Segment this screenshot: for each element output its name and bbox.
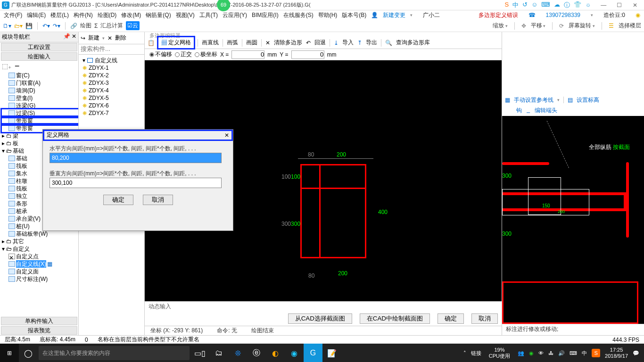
tree-found-0[interactable]: 基础 <box>16 155 27 162</box>
tree-found-2[interactable]: 集水 <box>16 170 27 177</box>
maximize-button[interactable]: ☐ <box>612 2 627 8</box>
menu-edit[interactable]: 编辑(E) <box>26 11 47 19</box>
ok-button[interactable]: 确定 <box>438 313 464 324</box>
delete-button[interactable]: 删除 <box>115 34 126 42</box>
tray-net-icon[interactable]: 🖧 <box>548 350 553 356</box>
import-button[interactable]: 导入 <box>342 39 354 47</box>
arrow-icon[interactable]: ↪ <box>81 35 85 41</box>
x-input[interactable] <box>231 50 264 59</box>
tray-link[interactable]: 链接 <box>471 350 481 357</box>
draw-circle-button[interactable]: 画圆 <box>246 39 257 47</box>
app-icon[interactable]: ◉ <box>285 344 304 362</box>
cancel-button[interactable]: 取消 <box>471 313 498 324</box>
tree-dim[interactable]: 尺寸标注(W) <box>16 275 48 283</box>
from-cad-button[interactable]: 从CAD选择截面图 <box>288 313 352 324</box>
ime-ico[interactable]: ⓘ <box>564 1 570 9</box>
import-icon[interactable]: ⤓ <box>334 40 339 46</box>
pan-dropdown[interactable]: 平移 <box>531 22 546 30</box>
export-button[interactable]: 导出 <box>366 39 377 47</box>
draw-button[interactable]: 绘图 <box>80 22 91 30</box>
ime-ico[interactable]: ☺ <box>531 1 537 9</box>
mid-item[interactable]: ZDYX-5 <box>89 94 109 102</box>
tray-ime-cn[interactable]: 中 <box>582 350 587 357</box>
action-center-icon[interactable]: 💬 <box>633 350 639 356</box>
dialog-close-button[interactable]: ✕ <box>224 132 229 139</box>
tray-up-icon[interactable]: ˄ <box>463 350 466 356</box>
query-button[interactable]: 查询多边形库 <box>396 39 430 47</box>
section-draw[interactable]: 绘图输入 <box>1 52 77 61</box>
menu-rebar[interactable]: 钢筋量(Q) <box>145 11 172 19</box>
floor-icon[interactable]: ☰ <box>609 23 614 29</box>
ime-ico[interactable]: 👕 <box>574 1 581 9</box>
tree-found-5[interactable]: 独立 <box>16 192 27 200</box>
undo-icon[interactable]: ↶▾ <box>42 23 50 29</box>
ref-button[interactable]: 手动设置参考线 <box>514 96 553 104</box>
menu-file[interactable]: 文件(F) <box>3 11 23 19</box>
tree-found-1[interactable]: 筏板 <box>16 162 27 170</box>
app-icon[interactable]: 🗂 <box>209 344 228 362</box>
mid-item[interactable]: ZDYX-1 <box>89 64 109 72</box>
menu-draw[interactable]: 绘图(D) <box>97 11 118 19</box>
component-tree-mid[interactable]: ▾ 自定义线 ZDYX-1 ZDYX-2 ZDYX-3 ZDYX-4 ZDYX-… <box>79 55 144 119</box>
mid-item[interactable]: ZDYX-2 <box>89 72 109 79</box>
end-button[interactable]: 编辑端头 <box>535 107 557 116</box>
ime-ico[interactable]: ⌨ <box>541 1 550 9</box>
cpu-meter[interactable]: 19%CPU使用 <box>486 347 513 359</box>
y-input[interactable] <box>291 50 324 59</box>
radio-polar[interactable]: 极坐标 <box>195 50 217 58</box>
app-icon[interactable]: 📝 <box>322 344 341 362</box>
mid-item[interactable]: ZDYX-7 <box>89 109 109 117</box>
tree-found-8[interactable]: 承台梁(V) <box>16 215 41 222</box>
save-icon[interactable]: 💾 <box>25 23 33 29</box>
menu-cloud[interactable]: 云应用(Y) <box>222 11 248 19</box>
mid-item[interactable]: ZDYX-4 <box>89 87 109 94</box>
section-report[interactable]: 报表预览 <box>1 326 77 335</box>
search-icon[interactable]: 🔍 <box>385 40 392 46</box>
horiz-input[interactable] <box>50 153 222 163</box>
define-grid-button[interactable]: ▦ 定义网格 <box>158 37 194 48</box>
tree-found-6[interactable]: 条形 <box>16 200 27 207</box>
minimize-button[interactable]: — <box>596 2 611 8</box>
cortana-icon[interactable]: ◯ <box>19 344 38 362</box>
mid-root[interactable]: 自定义线 <box>95 57 117 64</box>
start-button[interactable]: ⊞ <box>0 344 19 362</box>
pin-icon[interactable]: 📌 ✕ <box>63 33 76 41</box>
right-canvas[interactable]: 全部纵筋 按截面 300 150 200 300 <box>502 116 644 324</box>
radio-ortho[interactable]: 正交 <box>175 50 192 58</box>
tree-lintel[interactable]: 过梁(S) <box>16 109 35 117</box>
delete-icon[interactable]: ✕ <box>107 35 112 41</box>
clear-icon[interactable]: ✕ <box>265 40 270 46</box>
menu-version[interactable]: 版本号(B) <box>341 11 367 19</box>
new-change-button[interactable]: 新建变更 <box>382 11 406 19</box>
tray-clock[interactable]: 17:252018/9/17 <box>605 347 628 359</box>
tray-ime-icon[interactable]: ⌨ <box>570 350 577 356</box>
tree-niche[interactable]: 壁龛(I) <box>16 94 33 102</box>
rotate-dropdown[interactable]: 屏幕旋转 <box>569 22 595 30</box>
new-button[interactable]: 新建 <box>88 34 99 42</box>
menu-bim[interactable]: BIM应用(I) <box>251 11 280 19</box>
ime-ico[interactable]: ☼ <box>585 1 591 9</box>
tree-other[interactable]: 其它 <box>13 238 24 245</box>
ggj-icon[interactable]: G <box>304 344 322 362</box>
redo-icon[interactable]: ↷▾ <box>53 23 60 29</box>
undo-icon[interactable]: ↶ <box>306 40 311 46</box>
menu-modify[interactable]: 修改(M) <box>120 11 142 19</box>
sogou-icon[interactable]: S <box>592 349 600 357</box>
mark-button[interactable]: 设置标高 <box>577 96 599 104</box>
tree-doorwindow[interactable]: 门联窗(A) <box>16 79 41 87</box>
cloud-check-icon[interactable]: ☑云 <box>126 21 140 30</box>
mid-item[interactable]: ZDYX-3 <box>89 79 109 87</box>
menu-tool[interactable]: 工具(T) <box>198 11 219 19</box>
section-single[interactable]: 单构件输入 <box>1 317 77 325</box>
tree-window[interactable]: 窗(C) <box>16 72 30 79</box>
mid-item[interactable]: ZDYX-6 <box>89 102 109 109</box>
draw-arc-button[interactable]: 画弧 <box>227 39 238 47</box>
tray-eye-icon[interactable]: 👁 <box>538 350 544 356</box>
pan-icon[interactable]: ✥ <box>521 23 526 29</box>
vert-input[interactable] <box>50 178 222 188</box>
copy-icon[interactable]: 📋 <box>148 40 155 46</box>
clear-button[interactable]: 清除多边形 <box>274 39 302 47</box>
menu-floor[interactable]: 楼层(L) <box>50 11 70 19</box>
sigma-icon[interactable]: Σ <box>94 23 98 29</box>
in-cad-button[interactable]: 在CAD中绘制截面图 <box>360 313 430 324</box>
